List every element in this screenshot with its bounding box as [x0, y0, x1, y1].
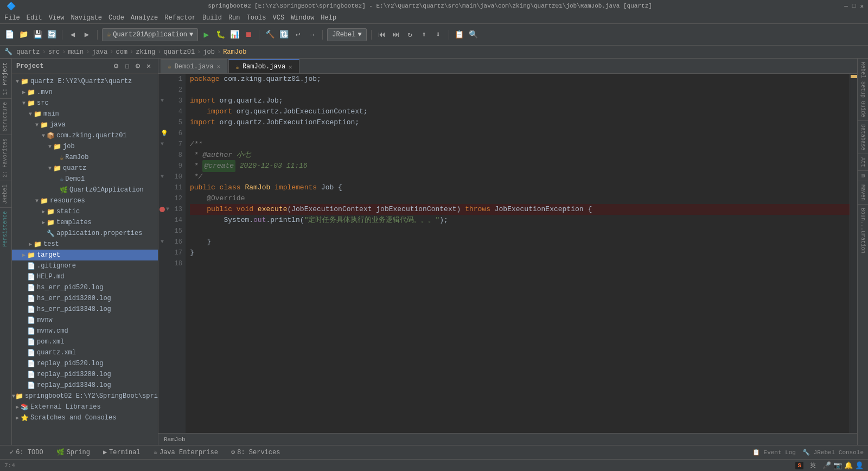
toggle-job[interactable]: ▼	[47, 144, 53, 150]
breadcrumb-main[interactable]: main	[68, 48, 84, 56]
bottom-tab-todo[interactable]: ✓ 6: TODO	[4, 446, 49, 459]
tab-close-ramjob[interactable]: ✕	[289, 63, 292, 71]
tree-item-scratches[interactable]: ▶ ⭐ Scratches and Consoles	[12, 412, 158, 423]
sync-button[interactable]: 🔄	[46, 29, 58, 41]
tree-item-gitignore[interactable]: 📄 .gitignore	[12, 260, 158, 271]
fold-marker-16[interactable]: ▼	[161, 237, 164, 247]
tree-item-external[interactable]: ▶ 📚 External Libraries	[12, 402, 158, 412]
stop-button[interactable]: ⏹	[242, 29, 254, 41]
tree-item-main[interactable]: ▼ 📁 main	[12, 109, 158, 119]
build-button[interactable]: 🔨	[264, 29, 276, 41]
tree-item-replay13348[interactable]: 📄 replay_pid13348.log	[12, 380, 158, 391]
panel-tab-jrebel[interactable]: JRebel	[0, 181, 11, 207]
menu-navigate[interactable]: Navigate	[71, 14, 102, 22]
toggle-target[interactable]: ▶	[21, 252, 27, 258]
menu-code[interactable]: Code	[108, 14, 124, 22]
panel-tab-boun[interactable]: Boun...uration	[858, 205, 868, 257]
toggle-java[interactable]: ▼	[34, 122, 40, 128]
menu-vcs[interactable]: VCS	[273, 14, 285, 22]
pull-button[interactable]: ⬇	[432, 29, 444, 41]
run-with-coverage[interactable]: 📊	[228, 29, 240, 41]
panel-tab-database[interactable]: Database	[858, 121, 868, 154]
toggle-test[interactable]: ▶	[27, 241, 34, 247]
close-button[interactable]: ✕	[860, 3, 864, 10]
back-button[interactable]: ◀	[67, 29, 79, 41]
fold-marker-7[interactable]: ▼	[161, 139, 164, 150]
right-arrow-button[interactable]: →	[306, 29, 318, 41]
forward-button[interactable]: ▶	[81, 29, 93, 41]
sidebar-close-icon[interactable]: ✕	[144, 61, 154, 71]
open-button[interactable]: 📁	[17, 29, 29, 41]
breadcrumb-quartz[interactable]: 🔧 quartz	[4, 48, 40, 56]
tree-item-src[interactable]: ▼ 📁 src	[12, 98, 158, 109]
toggle-scratches[interactable]: ▶	[14, 415, 21, 421]
menu-window[interactable]: Window	[291, 14, 314, 22]
tree-item-springboot02[interactable]: ▼ 📁 springboot02 E:\Y2\SpringBoot\spring	[12, 391, 158, 402]
tree-item-java[interactable]: ▼ 📁 java	[12, 119, 158, 130]
fold-marker-3[interactable]: ▼	[161, 96, 164, 106]
fold-marker-10[interactable]: ▼	[161, 171, 164, 182]
panel-tab-maven[interactable]: Maven	[858, 181, 868, 205]
tree-item-quartzxml[interactable]: 📄 quartz.xml	[12, 347, 158, 358]
menu-analyze[interactable]: Analyze	[131, 14, 158, 22]
tree-item-demo1[interactable]: ☕ Demo1	[12, 174, 158, 184]
panel-tab-m[interactable]: m	[858, 171, 868, 181]
toggle-main[interactable]: ▼	[27, 111, 34, 117]
toggle-src[interactable]: ▼	[21, 100, 27, 106]
sidebar-collapse-icon[interactable]: ◻	[122, 61, 132, 71]
tree-item-templates[interactable]: ▶ 📁 templates	[12, 217, 158, 228]
tree-item-mvn[interactable]: ▶ 📁 .mvn	[12, 87, 158, 98]
tree-item-pom[interactable]: 📄 pom.xml	[12, 336, 158, 347]
menu-build[interactable]: Build	[202, 14, 222, 22]
toggle-external[interactable]: ▶	[14, 404, 21, 410]
breadcrumb-src[interactable]: src	[48, 48, 60, 56]
bulb-icon-6[interactable]: 💡	[161, 128, 168, 139]
maximize-button[interactable]: □	[852, 3, 856, 10]
tree-item-com[interactable]: ▼ 📦 com.zking.quartz01	[12, 130, 158, 141]
prev-change[interactable]: ⏮	[376, 29, 388, 41]
tree-item-quartz01app[interactable]: 🌿 Quartz01Application	[12, 184, 158, 195]
tree-item-hs13348[interactable]: 📄 hs_err_pid13348.log	[12, 304, 158, 315]
search-everywhere[interactable]: 🔍	[468, 29, 480, 41]
bottom-tab-terminal[interactable]: ▶ Terminal	[98, 446, 146, 459]
tree-item-quartz[interactable]: ▼ 📁 quartz E:\Y2\Quartz\quartz	[12, 76, 158, 87]
new-button[interactable]: 📄	[3, 29, 15, 41]
menu-help[interactable]: Help	[321, 14, 336, 22]
menu-edit[interactable]: Edit	[27, 14, 42, 22]
event-log-link[interactable]: 📋 Event Log	[752, 449, 796, 456]
panel-tab-rebel-guide[interactable]: Rebel Setup Guide	[858, 59, 868, 121]
update-button[interactable]: 🔃	[278, 29, 290, 41]
breadcrumb-quartz01[interactable]: quartz01	[164, 48, 195, 56]
debug-button[interactable]: 🐛	[214, 29, 226, 41]
jrebel-dropdown[interactable]: JRebel ▼	[327, 28, 366, 41]
toggle-resources[interactable]: ▼	[34, 198, 40, 204]
panel-tab-favorites[interactable]: 2: Favorites	[0, 135, 11, 181]
toggle-quartz[interactable]: ▼	[14, 79, 21, 85]
sidebar-gear-icon[interactable]: ⚙	[133, 61, 143, 71]
panel-tab-att[interactable]: Att	[858, 154, 868, 171]
bottom-tab-jee[interactable]: ☕ Java Enterprise	[148, 446, 224, 459]
panel-tab-structure[interactable]: Structure	[0, 98, 11, 135]
bottom-tab-services[interactable]: ⚙ 8: Services	[226, 446, 285, 459]
toggle-static[interactable]: ▶	[40, 208, 47, 215]
toggle-mvn[interactable]: ▶	[21, 89, 27, 96]
revert-button[interactable]: ↩	[292, 29, 304, 41]
push-button[interactable]: ⬆	[418, 29, 430, 41]
tree-item-hs13280[interactable]: 📄 hs_err_pid13280.log	[12, 293, 158, 304]
toggle-com[interactable]: ▼	[40, 133, 47, 139]
run-button[interactable]: ▶	[200, 29, 212, 41]
tree-item-static[interactable]: ▶ 📁 static	[12, 206, 158, 217]
breadcrumb-zking[interactable]: zking	[136, 48, 155, 56]
tree-item-job[interactable]: ▼ 📁 job	[12, 141, 158, 152]
breadcrumb-java[interactable]: java	[92, 48, 107, 56]
next-change[interactable]: ⏭	[390, 29, 402, 41]
revert-change[interactable]: ↻	[404, 29, 416, 41]
run-config-dropdown[interactable]: ☕ Quartz01Application ▼	[102, 28, 198, 41]
tree-item-hs520[interactable]: 📄 hs_err_pid520.log	[12, 282, 158, 293]
jrebel-console-link[interactable]: 🔧 JRebel Console	[802, 449, 864, 456]
breadcrumb-com[interactable]: com	[116, 48, 127, 56]
tree-item-mvnwcmd[interactable]: 📄 mvnw.cmd	[12, 326, 158, 336]
tree-item-ramjob[interactable]: ☕ RamJob	[12, 152, 158, 163]
menu-run[interactable]: Run	[228, 14, 240, 22]
breadcrumb-ramjob[interactable]: RamJob	[223, 48, 246, 56]
